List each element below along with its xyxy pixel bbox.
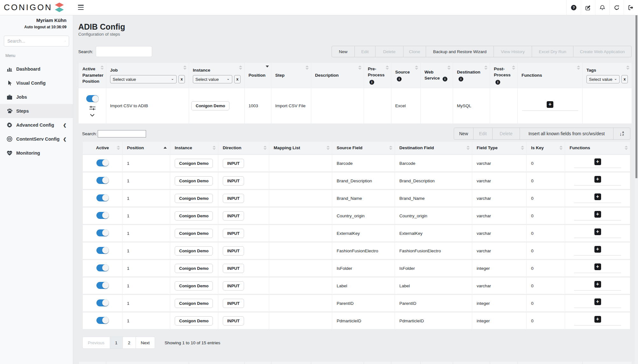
chevron-down-icon[interactable] bbox=[90, 114, 95, 116]
field-direction-badge[interactable]: INPUT bbox=[223, 246, 244, 256]
excel-dry-run-button[interactable]: Excel Dry Run bbox=[532, 46, 573, 57]
sort-icon[interactable] bbox=[559, 146, 563, 150]
refresh-button[interactable] bbox=[609, 0, 624, 15]
field-row[interactable]: 1 Conigon Demo INPUT Country_origin Coun… bbox=[83, 207, 630, 225]
field-row[interactable]: 1 Conigon Demo INPUT ParentID ParentID i… bbox=[83, 295, 630, 312]
sort-icon[interactable] bbox=[389, 146, 392, 150]
help-button[interactable]: ? bbox=[566, 0, 581, 15]
sort-icon[interactable] bbox=[626, 66, 629, 70]
sort-asc-icon[interactable] bbox=[164, 147, 167, 149]
pagination-page-2-button[interactable]: 2 bbox=[123, 337, 136, 349]
field-instance-badge[interactable]: Conigon Demo bbox=[175, 176, 213, 186]
field-active-toggle[interactable] bbox=[96, 159, 109, 166]
sort-icon[interactable] bbox=[305, 66, 309, 70]
field-direction-badge[interactable]: INPUT bbox=[223, 211, 244, 220]
pagination-previous-button[interactable]: Previous bbox=[82, 337, 110, 349]
field-instance-badge[interactable]: Conigon Demo bbox=[175, 211, 213, 220]
field-instance-badge[interactable]: Conigon Demo bbox=[175, 281, 213, 290]
field-active-toggle[interactable] bbox=[96, 229, 109, 236]
add-field-function-button[interactable] bbox=[594, 298, 601, 305]
sort-icon[interactable] bbox=[358, 66, 361, 70]
field-row[interactable]: 1 Conigon Demo INPUT Brand_Description B… bbox=[83, 172, 630, 190]
field-direction-badge[interactable]: INPUT bbox=[223, 316, 244, 326]
field-instance-badge[interactable]: Conigon Demo bbox=[175, 194, 213, 203]
sidebar-search[interactable] bbox=[4, 36, 69, 46]
fields-search-input[interactable] bbox=[98, 130, 146, 137]
pagination-next-button[interactable]: Next bbox=[136, 337, 155, 349]
field-active-toggle[interactable] bbox=[96, 194, 109, 201]
delete-field-button[interactable]: Delete bbox=[492, 128, 520, 140]
field-direction-badge[interactable]: INPUT bbox=[223, 176, 244, 186]
sort-icon[interactable] bbox=[466, 146, 470, 150]
field-row[interactable]: 1 Conigon Demo INPUT Brand_Name Brand_Na… bbox=[83, 190, 630, 207]
view-history-button[interactable]: View History bbox=[494, 46, 532, 57]
step-active-toggle[interactable] bbox=[86, 95, 99, 102]
add-function-button[interactable] bbox=[547, 101, 553, 108]
edit-step-button[interactable]: Edit bbox=[354, 46, 375, 57]
field-row[interactable]: 1 Conigon Demo INPUT Barcode Barcode var… bbox=[83, 155, 630, 172]
add-field-function-button[interactable] bbox=[594, 211, 601, 218]
field-row[interactable]: 1 Conigon Demo INPUT FashionFusionElectr… bbox=[83, 242, 630, 260]
instance-filter-select[interactable]: Select value⌄ bbox=[193, 75, 232, 83]
field-active-toggle[interactable] bbox=[96, 247, 109, 254]
add-field-function-button[interactable] bbox=[594, 228, 601, 235]
sort-icon[interactable] bbox=[484, 66, 487, 70]
field-row[interactable]: 1 Conigon Demo INPUT PdmarticleID Pdmart… bbox=[83, 312, 630, 330]
info-icon[interactable] bbox=[443, 77, 447, 81]
sidebar-toggle-icon[interactable] bbox=[78, 5, 84, 10]
field-row[interactable]: 1 Conigon Demo INPUT ExternalKey Externa… bbox=[83, 225, 630, 242]
add-field-function-button[interactable] bbox=[594, 193, 601, 200]
info-icon[interactable] bbox=[397, 77, 402, 81]
sidebar-item-dashboard[interactable]: Dashboard bbox=[0, 62, 73, 76]
sort-icon[interactable] bbox=[577, 66, 580, 70]
sidebar-item-visual-config[interactable]: Visual Config bbox=[0, 76, 73, 90]
step-row[interactable]: Import CSV to ADIB Conigon Demo 1003 Imp… bbox=[79, 88, 632, 124]
job-filter-clear-button[interactable]: x bbox=[179, 75, 185, 83]
field-instance-badge[interactable]: Conigon Demo bbox=[175, 159, 213, 168]
field-direction-badge[interactable]: INPUT bbox=[223, 299, 244, 308]
tags-filter-select[interactable]: Select value⌄ bbox=[586, 75, 620, 83]
sidebar-search-input[interactable] bbox=[7, 38, 65, 44]
field-direction-badge[interactable]: INPUT bbox=[223, 229, 244, 238]
add-field-function-button[interactable] bbox=[594, 176, 601, 183]
sort-icon[interactable] bbox=[386, 66, 389, 70]
tags-filter-clear-button[interactable]: x bbox=[621, 75, 628, 83]
sort-icon[interactable] bbox=[625, 146, 628, 150]
backup-restore-wizard-button[interactable]: Backup and Restore Wizard bbox=[426, 46, 494, 57]
edit-field-button[interactable]: Edit bbox=[473, 128, 493, 140]
create-web-application-button[interactable]: Create Web Application bbox=[573, 46, 632, 57]
field-row[interactable]: 1 Conigon Demo INPUT IsFolder IsFolder i… bbox=[83, 260, 630, 277]
sort-icon[interactable] bbox=[239, 66, 242, 70]
notifications-button[interactable] bbox=[595, 0, 609, 15]
page-scrollbar[interactable] bbox=[635, 15, 638, 364]
brand-logo[interactable]: CONIGON bbox=[4, 2, 64, 12]
field-instance-badge[interactable]: Conigon Demo bbox=[175, 246, 213, 256]
info-icon[interactable] bbox=[369, 80, 374, 85]
field-direction-badge[interactable]: INPUT bbox=[223, 194, 244, 203]
field-active-toggle[interactable] bbox=[96, 212, 109, 219]
sort-icon[interactable] bbox=[213, 146, 216, 150]
sidebar-item-jobs[interactable]: Jobs bbox=[0, 90, 73, 104]
scrollbar-thumb[interactable] bbox=[635, 15, 637, 178]
clone-step-button[interactable]: Clone bbox=[403, 46, 426, 57]
add-field-function-button[interactable] bbox=[594, 316, 601, 323]
info-icon[interactable] bbox=[459, 77, 463, 81]
add-field-function-button[interactable] bbox=[594, 263, 601, 270]
sort-icon[interactable] bbox=[101, 66, 104, 70]
field-row[interactable]: 1 Conigon Demo INPUT Label Label varchar… bbox=[83, 277, 630, 295]
sidebar-item-advanced-config[interactable]: Advanced Config ❮ bbox=[0, 118, 73, 132]
sort-icon[interactable] bbox=[512, 66, 515, 70]
field-active-toggle[interactable] bbox=[96, 299, 109, 306]
logout-button[interactable] bbox=[624, 0, 638, 15]
sort-icon[interactable] bbox=[447, 66, 451, 70]
delete-step-button[interactable]: Delete bbox=[375, 46, 403, 57]
sidebar-item-contentserv-config[interactable]: ContentServ Config ❮ bbox=[0, 132, 73, 146]
field-direction-badge[interactable]: INPUT bbox=[223, 281, 244, 290]
new-field-button[interactable]: New bbox=[454, 128, 473, 140]
field-instance-badge[interactable]: Conigon Demo bbox=[175, 264, 213, 273]
sidebar-item-monitoring[interactable]: Monitoring bbox=[0, 146, 73, 160]
field-active-toggle[interactable] bbox=[96, 282, 109, 289]
field-instance-badge[interactable]: Conigon Demo bbox=[175, 229, 213, 238]
add-field-function-button[interactable] bbox=[594, 246, 601, 253]
sort-desc-icon[interactable] bbox=[266, 66, 269, 67]
